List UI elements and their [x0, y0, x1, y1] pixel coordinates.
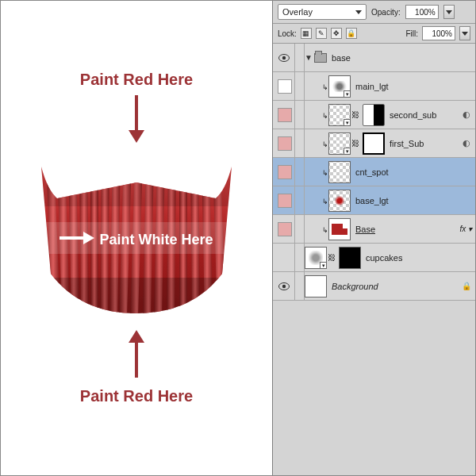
visibility-toggle[interactable]	[273, 215, 295, 243]
layer-name[interactable]: first_Sub	[390, 139, 424, 148]
reveal-icon[interactable]: ◐	[458, 138, 475, 148]
lock-label: Lock:	[278, 29, 297, 38]
visibility-toggle[interactable]	[273, 244, 295, 271]
layer-row-bg[interactable]: Background🔒	[273, 272, 475, 301]
layer-row-base_lgt[interactable]: ↳base_lgt	[273, 186, 475, 215]
fill-flyout[interactable]	[459, 26, 470, 40]
blend-opacity-row: Overlay Opacity: 100%	[273, 1, 475, 24]
layer-row-main_lgt[interactable]: ↳▾main_lgt	[273, 72, 475, 101]
layer-thumbnail[interactable]: ▾	[328, 75, 351, 98]
layer-name[interactable]: cupcakes	[366, 253, 402, 263]
visibility-toggle[interactable]	[273, 186, 295, 214]
svg-marker-7	[129, 330, 144, 343]
mask-link-icon[interactable]: ⛓	[328, 253, 336, 262]
opacity-label: Opacity:	[371, 8, 401, 17]
clip-indicator-icon: ↳	[322, 198, 328, 205]
eye-icon	[278, 54, 290, 62]
visibility-toggle[interactable]	[273, 129, 295, 157]
mask-link-icon[interactable]: ⛓	[351, 139, 359, 148]
layer-name[interactable]: Base	[355, 225, 375, 234]
svg-rect-5	[60, 236, 85, 240]
cupcake-wrapper-image: Paint White Here	[33, 159, 240, 317]
lock-transparency-button[interactable]: ▦	[301, 28, 312, 39]
lock-position-button[interactable]: ✥	[331, 28, 342, 39]
link-column	[295, 244, 305, 271]
layer-name[interactable]: base	[332, 53, 351, 63]
visibility-swatch	[278, 79, 292, 94]
layer-mask-thumbnail[interactable]	[363, 104, 385, 126]
link-column	[295, 215, 305, 243]
visibility-toggle[interactable]	[273, 158, 295, 186]
arrow-right-icon	[60, 232, 94, 248]
opacity-input[interactable]: 100%	[405, 5, 439, 19]
layer-thumbnail[interactable]	[328, 161, 351, 183]
svg-rect-4	[33, 278, 240, 317]
fx-indicator[interactable]: fx ▾	[459, 225, 472, 233]
link-column	[295, 72, 305, 100]
layer-mask-thumbnail[interactable]	[363, 132, 385, 155]
clip-indicator-icon: ↳	[322, 112, 328, 120]
layer-thumbnail[interactable]: ▾	[328, 104, 351, 126]
clip-indicator-icon: ↳	[322, 83, 328, 91]
group-toggle-icon[interactable]: ▼	[305, 53, 314, 62]
svg-rect-3	[33, 159, 240, 206]
link-column	[295, 272, 305, 300]
layer-name[interactable]: Background	[332, 282, 378, 291]
link-column	[295, 129, 305, 157]
visibility-swatch	[278, 136, 292, 151]
visibility-swatch	[278, 165, 292, 179]
link-column	[295, 44, 305, 71]
arrow-down-icon	[129, 95, 144, 146]
layer-thumbnail[interactable]	[328, 190, 351, 212]
layer-row-cupcakes[interactable]: ▾⛓cupcakes	[273, 244, 475, 272]
canvas-area: Paint Red Here	[1, 1, 272, 475]
clip-indicator-icon: ↳	[322, 140, 328, 148]
layer-thumbnail[interactable]: ▾	[328, 132, 351, 155]
visibility-toggle[interactable]	[273, 72, 295, 100]
annotation-center: Paint White Here	[33, 232, 240, 248]
fill-label: Fill:	[405, 29, 418, 38]
opacity-flyout[interactable]	[443, 5, 455, 19]
clip-indicator-icon: ↳	[322, 226, 328, 234]
visibility-toggle[interactable]	[273, 272, 295, 300]
annotation-bottom: Paint Red Here	[80, 387, 193, 405]
layer-mask-thumbnail[interactable]	[339, 247, 361, 269]
blend-mode-select[interactable]: Overlay	[278, 4, 367, 20]
layer-thumbnail[interactable]	[305, 275, 327, 298]
visibility-swatch	[278, 194, 292, 208]
reveal-icon[interactable]: ◐	[458, 109, 475, 120]
layers-panel: Overlay Opacity: 100% Lock: ▦ ✎ ✥ 🔒 Fill…	[272, 1, 475, 475]
svg-point-12	[282, 284, 285, 287]
svg-point-10	[282, 56, 285, 59]
lock-image-button[interactable]: ✎	[316, 28, 327, 39]
layer-name[interactable]: main_lgt	[355, 82, 389, 91]
clip-indicator-icon: ↳	[322, 169, 328, 177]
layer-thumbnail[interactable]: ▾	[305, 247, 327, 269]
svg-marker-1	[129, 130, 144, 143]
svg-rect-8	[135, 341, 138, 378]
link-column	[295, 158, 305, 186]
layer-name[interactable]: cnt_spot	[355, 167, 389, 177]
visibility-toggle[interactable]	[273, 101, 295, 129]
layer-row-second_sub[interactable]: ↳▾⛓second_sub◐	[273, 101, 475, 129]
layer-name[interactable]: second_sub	[390, 110, 436, 120]
fill-input[interactable]: 100%	[422, 26, 455, 40]
chevron-down-icon	[355, 10, 362, 14]
lock-icon: 🔒	[458, 282, 475, 290]
folder-icon	[314, 53, 327, 63]
lock-fill-row: Lock: ▦ ✎ ✥ 🔒 Fill: 100%	[273, 24, 475, 44]
layer-list: ▼base↳▾main_lgt↳▾⛓second_sub◐↳▾⛓first_Su…	[273, 44, 475, 475]
svg-marker-6	[83, 232, 94, 244]
annotation-top: Paint Red Here	[80, 71, 193, 89]
layer-row-first_sub[interactable]: ↳▾⛓first_Sub◐	[273, 129, 475, 158]
mask-link-icon[interactable]: ⛓	[351, 110, 359, 119]
layer-row-cnt_spot[interactable]: ↳cnt_spot	[273, 158, 475, 186]
layer-thumbnail[interactable]	[328, 218, 351, 240]
layer-row-grp[interactable]: ▼base	[273, 44, 475, 72]
visibility-swatch	[278, 108, 292, 122]
layer-name[interactable]: base_lgt	[355, 196, 389, 205]
layer-row-base[interactable]: ↳Basefx ▾	[273, 215, 475, 244]
link-column	[295, 186, 305, 214]
visibility-toggle[interactable]	[273, 44, 295, 71]
lock-all-button[interactable]: 🔒	[346, 28, 357, 39]
